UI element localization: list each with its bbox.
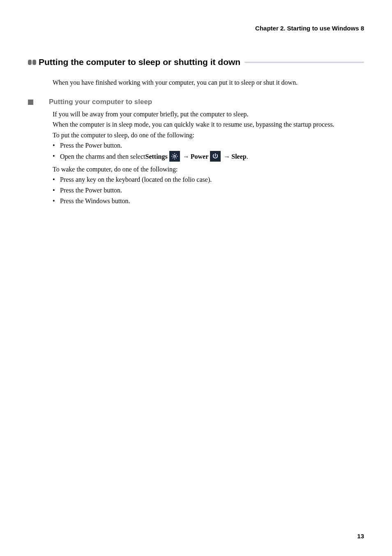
sleep-label: Sleep: [231, 152, 246, 162]
arrow-icon: →: [224, 152, 230, 162]
settings-label: Settings: [145, 152, 167, 162]
paragraph: To wake the computer, do one of the foll…: [53, 164, 364, 174]
list-item: Press the Power button.: [53, 141, 364, 151]
list-item: Open the charms and then select Settings…: [53, 151, 364, 162]
subsection-row: Putting your computer to sleep: [28, 98, 364, 106]
paragraph: When the computer is in sleep mode, you …: [53, 120, 364, 129]
wake-bullet-list: Press any key on the keyboard (located o…: [53, 175, 364, 206]
chapter-header: Chapter 2. Starting to use Windows 8: [28, 25, 364, 32]
list-item: Press the Power button.: [53, 185, 364, 195]
page-number: 13: [357, 533, 364, 540]
paragraph: To put the computer to sleep, do one of …: [53, 130, 364, 140]
bullet-decor-icon: [32, 60, 36, 65]
sleep-bullet-list: Press the Power button. Open the charms …: [53, 141, 364, 162]
settings-gear-icon: [169, 151, 180, 162]
svg-point-0: [173, 155, 175, 158]
subsection-title: Putting your computer to sleep: [49, 98, 152, 106]
bullet-decor-icon: [28, 60, 32, 65]
power-icon: [210, 151, 221, 162]
paragraph: If you will be away from your computer b…: [53, 109, 364, 119]
charms-instruction: Open the charms and then select Settings…: [60, 151, 248, 162]
list-item: Press any key on the keyboard (located o…: [53, 175, 364, 185]
section-title-row: Putting the computer to sleep or shuttin…: [28, 57, 364, 67]
list-item: Press the Windows button.: [53, 196, 364, 206]
period: .: [247, 152, 248, 162]
section-bullet-decor: [28, 60, 36, 65]
section-title-rule: [244, 62, 364, 63]
arrow-icon: →: [183, 152, 189, 162]
power-label: Power: [191, 152, 209, 162]
section-title: Putting the computer to sleep or shuttin…: [39, 57, 240, 67]
intro-paragraph: When you have finished working with your…: [53, 78, 364, 87]
page: Chapter 2. Starting to use Windows 8 Put…: [0, 0, 392, 556]
text-prefix: Open the charms and then select: [60, 152, 145, 162]
subsection-bullet-icon: [28, 100, 33, 105]
body-block: If you will be away from your computer b…: [53, 109, 364, 206]
